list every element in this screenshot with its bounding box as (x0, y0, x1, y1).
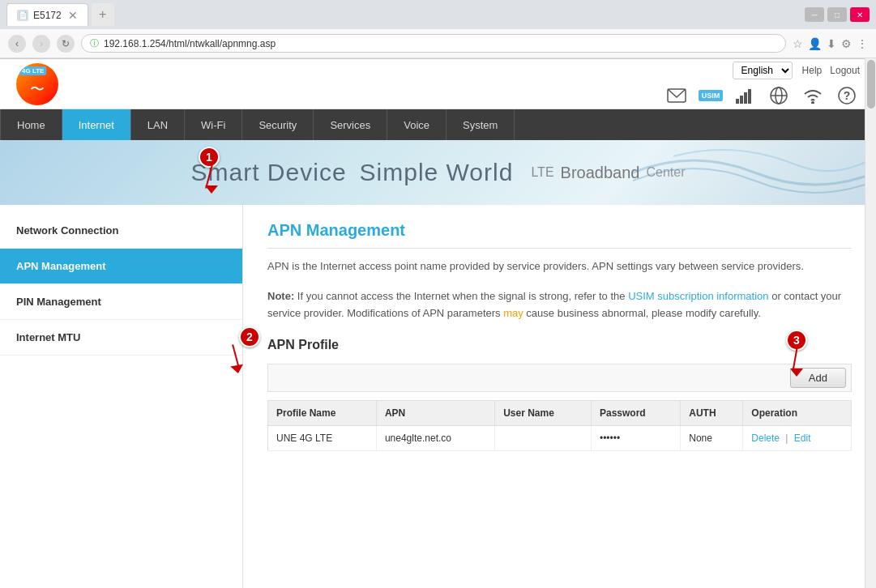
table-header-profile-name: Profile Name (268, 401, 377, 426)
globe-icon[interactable] (766, 84, 792, 107)
menu-icon[interactable]: ⋮ (857, 37, 868, 50)
arrow-1-head (205, 185, 218, 194)
sidebar-item-pin-management[interactable]: PIN Management (0, 284, 242, 320)
sidebar-item-internet-mtu[interactable]: Internet MTU (0, 320, 242, 356)
tab-title: E5172 (33, 10, 62, 21)
apn-cell: une4glte.net.co (376, 426, 494, 451)
window-close-button[interactable]: ✕ (850, 7, 870, 22)
profile-name-cell: UNE 4G LTE (268, 426, 377, 451)
logout-link[interactable]: Logout (830, 65, 860, 76)
hero-banner: Smart Device Simple World LTE Broadband … (0, 140, 876, 205)
nav-item-voice[interactable]: Voice (387, 109, 447, 140)
secure-icon: ⓘ (90, 37, 99, 49)
note-body: If you cannot access the Internet when t… (267, 290, 841, 319)
url-text: 192.168.1.254/html/ntwkall/apnmng.asp (104, 38, 276, 49)
help-link[interactable]: Help (802, 65, 823, 76)
edit-link[interactable]: Edit (794, 432, 811, 444)
may-word: may (503, 307, 523, 319)
table-header-operation: Operation (743, 401, 852, 426)
main-content: APN Management APN is the Internet acces… (243, 205, 876, 588)
delete-link[interactable]: Delete (751, 432, 780, 444)
download-icon[interactable]: ⬇ (827, 37, 836, 50)
nav-item-lan[interactable]: LAN (131, 109, 185, 140)
reload-button[interactable]: ↻ (57, 35, 75, 53)
nav-item-system[interactable]: System (447, 109, 515, 140)
logo: 4G LTE 〜 (16, 63, 58, 105)
username-cell (495, 426, 592, 451)
annotation-2: 2 (239, 326, 260, 347)
address-bar[interactable]: ⓘ 192.168.1.254/html/ntwkall/apnmng.asp (81, 34, 786, 53)
table-row: UNE 4G LTEune4glte.net.co••••••NoneDelet… (268, 426, 852, 451)
tab-favicon: 📄 (17, 10, 28, 21)
usim-icon[interactable]: USIM (698, 84, 724, 107)
new-tab-button[interactable]: + (92, 3, 114, 26)
usim-link[interactable]: USIM subscription information (628, 290, 768, 302)
table-header-password: Password (591, 401, 680, 426)
nav-item-services[interactable]: Services (314, 109, 387, 140)
operation-cell: Delete | Edit (743, 426, 852, 451)
svg-rect-4 (748, 89, 751, 104)
svg-rect-1 (736, 99, 739, 104)
hero-wave-decoration (633, 140, 876, 205)
scrollbar[interactable] (865, 58, 876, 588)
profile-section-title: APN Profile (267, 338, 852, 352)
wifi-icon[interactable] (800, 84, 826, 107)
page-title: APN Management (267, 221, 852, 249)
table-header-user-name: User Name (495, 401, 592, 426)
extensions-icon[interactable]: ⚙ (841, 37, 852, 50)
maximize-button[interactable]: □ (827, 7, 847, 22)
arrow-3-head (790, 369, 803, 377)
add-row: Add (267, 364, 852, 392)
password-cell: •••••• (591, 426, 680, 451)
svg-rect-2 (740, 96, 743, 104)
svg-rect-3 (744, 92, 747, 104)
help-icon[interactable]: ? (834, 84, 860, 107)
language-select[interactable]: English (733, 62, 793, 79)
nav-item-security[interactable]: Security (242, 109, 314, 140)
main-navigation: HomeInternetLANWi-FiSecurityServicesVoic… (0, 109, 876, 140)
minimize-button[interactable]: ─ (805, 7, 824, 22)
nav-item-home[interactable]: Home (0, 109, 62, 140)
annotation-1: 1 (199, 147, 220, 168)
scrollbar-thumb[interactable] (867, 60, 875, 109)
back-button[interactable]: ‹ (8, 35, 26, 53)
note-text: Note: If you cannot access the Internet … (267, 288, 852, 322)
lte-badge: 4G LTE (19, 66, 46, 75)
table-header-apn: APN (376, 401, 494, 426)
svg-text:?: ? (844, 89, 851, 102)
sidebar-item-network-connection[interactable]: Network Connection (0, 213, 242, 249)
mail-icon[interactable] (664, 84, 690, 107)
hero-simple-world: Simple World (360, 159, 514, 186)
sidebar: Network ConnectionAPN ManagementPIN Mana… (0, 205, 243, 588)
apn-table: Profile NameAPNUser NamePasswordAUTHOper… (267, 400, 852, 451)
table-header-auth: AUTH (681, 401, 743, 426)
op-separator: | (783, 432, 791, 444)
note-label: Note: (267, 290, 294, 302)
bookmark-icon[interactable]: ☆ (793, 37, 803, 50)
tab-close-button[interactable]: ✕ (68, 9, 78, 22)
description-text: APN is the Internet access point name pr… (267, 258, 852, 275)
forward-button[interactable]: › (32, 35, 50, 53)
signal-icon (732, 84, 758, 107)
svg-point-8 (811, 101, 814, 104)
nav-item-internet[interactable]: Internet (62, 109, 131, 140)
nav-item-wi-fi[interactable]: Wi-Fi (185, 109, 242, 140)
profile-icon[interactable]: 👤 (808, 37, 822, 50)
auth-cell: None (681, 426, 743, 451)
sidebar-item-apn-management[interactable]: APN Management (0, 249, 242, 284)
hero-broadband: Broadband (561, 164, 640, 182)
hero-lte: LTE (531, 165, 553, 180)
logo-wave: 〜 (30, 79, 45, 99)
